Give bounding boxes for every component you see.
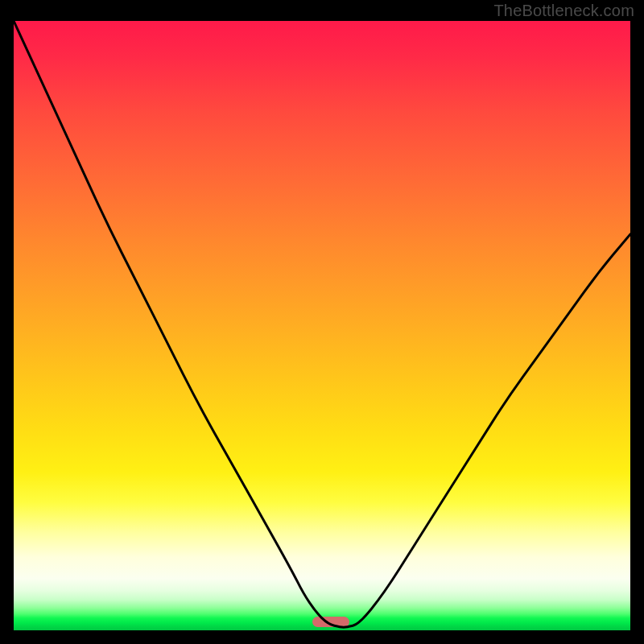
- plot-area: [14, 21, 630, 630]
- curve-path: [14, 21, 630, 627]
- watermark-text: TheBottleneck.com: [493, 2, 634, 20]
- chart-frame: TheBottleneck.com: [0, 0, 644, 644]
- bottleneck-curve: [14, 21, 630, 630]
